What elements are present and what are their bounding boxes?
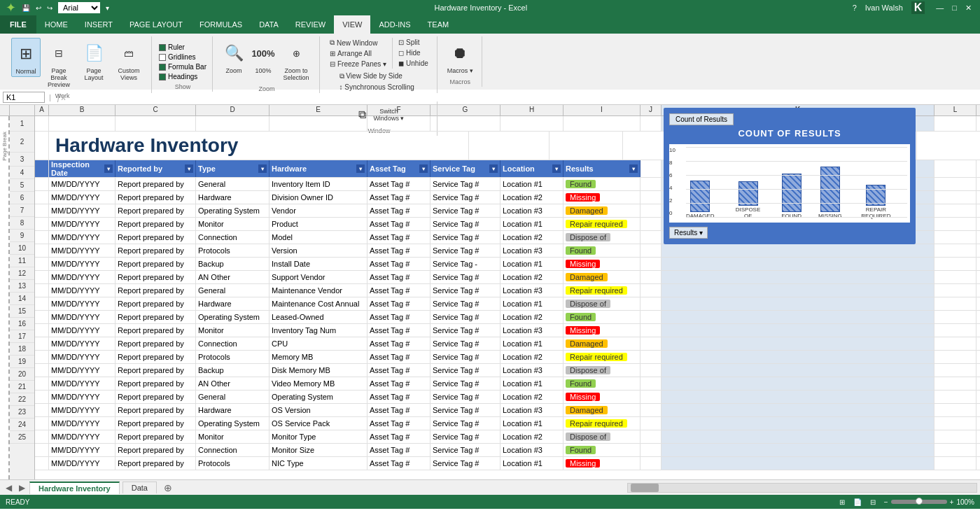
cell-a19[interactable] bbox=[35, 377, 49, 390]
cell-g20[interactable]: Service Tag # bbox=[430, 391, 500, 403]
cell-c21[interactable]: Report prepared by bbox=[115, 404, 196, 416]
cell-d23[interactable]: Monitor bbox=[196, 430, 270, 443]
row-num-12[interactable]: 12 bbox=[10, 267, 34, 280]
cell-k9[interactable] bbox=[662, 244, 934, 257]
cell-e14[interactable]: Leased-Owned bbox=[270, 311, 368, 323]
header-location[interactable]: Location ▾ bbox=[500, 160, 564, 177]
cell-b16[interactable]: MM/DD/YYYY bbox=[49, 337, 115, 350]
cell-i11[interactable]: Damaged bbox=[564, 271, 640, 283]
font-selector[interactable]: Arial bbox=[58, 2, 100, 13]
cell-e8[interactable]: Model bbox=[270, 231, 368, 244]
cell-f23[interactable]: Asset Tag # bbox=[368, 430, 430, 443]
cell-i10[interactable]: Missing bbox=[564, 258, 640, 270]
cell-h17[interactable]: Location #2 bbox=[500, 351, 564, 363]
cell-k20[interactable] bbox=[662, 391, 934, 403]
row-num-15[interactable]: 15 bbox=[10, 305, 34, 318]
cell-i18[interactable]: Dispose of bbox=[564, 364, 640, 377]
cell-f13[interactable]: Asset Tag # bbox=[368, 297, 430, 310]
cell-m20[interactable] bbox=[976, 391, 980, 403]
cell-c6[interactable]: Report prepared by bbox=[115, 204, 196, 217]
cell-a12[interactable] bbox=[35, 284, 49, 297]
cell-i7[interactable]: Repair required bbox=[564, 218, 640, 230]
minimize-btn[interactable]: — bbox=[933, 3, 946, 13]
window-controls[interactable]: — □ ✕ bbox=[933, 3, 974, 13]
cell-g4[interactable]: Service Tag # bbox=[430, 178, 500, 190]
cell-i15[interactable]: Missing bbox=[564, 324, 640, 337]
cell-f10[interactable]: Asset Tag # bbox=[368, 258, 430, 270]
cell-g10[interactable]: Service Tag - bbox=[430, 258, 500, 270]
cell-l23[interactable] bbox=[934, 430, 976, 443]
view-side-by-side-btn[interactable]: ⧉ View Side by Side bbox=[337, 71, 422, 81]
cell-f11[interactable]: Asset Tag # bbox=[368, 271, 430, 283]
cell-f24[interactable]: Asset Tag # bbox=[368, 444, 430, 456]
page-layout-view-btn[interactable]: 📄 Page Layout bbox=[77, 38, 111, 83]
cell-l24[interactable] bbox=[934, 444, 976, 456]
cell-l21[interactable] bbox=[934, 404, 976, 416]
cell-c12[interactable]: Report prepared by bbox=[115, 284, 196, 297]
tab-hardware-inventory[interactable]: Hardware Inventory bbox=[29, 482, 120, 494]
cell-h6[interactable]: Location #3 bbox=[500, 204, 564, 217]
row-num-22[interactable]: 22 bbox=[10, 393, 34, 406]
row-num-2[interactable]: 2 bbox=[10, 132, 34, 153]
cell-f8[interactable]: Asset Tag # bbox=[368, 231, 430, 244]
cell-j14[interactable] bbox=[640, 311, 662, 323]
headings-checkbox[interactable] bbox=[159, 73, 166, 80]
cell-j11[interactable] bbox=[640, 271, 662, 283]
cell-f21[interactable]: Asset Tag # bbox=[368, 404, 430, 416]
quick-access-save[interactable]: 💾 bbox=[22, 4, 30, 12]
cell-b15[interactable]: MM/DD/YYYY bbox=[49, 324, 115, 337]
cell-h9[interactable]: Location #3 bbox=[500, 244, 564, 257]
cell-k24[interactable] bbox=[662, 444, 934, 456]
cell-m21[interactable] bbox=[976, 404, 980, 416]
cell-k14[interactable] bbox=[662, 311, 934, 323]
col-header-c[interactable]: C bbox=[115, 105, 196, 115]
cell-f18[interactable]: Asset Tag # bbox=[368, 364, 430, 377]
cell-e25[interactable]: NIC Type bbox=[270, 457, 368, 470]
cell-i14[interactable]: Found bbox=[564, 311, 640, 323]
split-btn[interactable]: ⊡ Split bbox=[396, 38, 431, 47]
cell-h1[interactable] bbox=[500, 116, 564, 131]
cell-b17[interactable]: MM/DD/YYYY bbox=[49, 351, 115, 363]
cell-l17[interactable] bbox=[934, 351, 976, 363]
cell-l22[interactable] bbox=[934, 417, 976, 430]
cell-l12[interactable] bbox=[934, 284, 976, 297]
cell-e9[interactable]: Version bbox=[270, 244, 368, 257]
cell-h14[interactable]: Location #2 bbox=[500, 311, 564, 323]
cell-a15[interactable] bbox=[35, 324, 49, 337]
cell-i24[interactable]: Found bbox=[564, 444, 640, 456]
cell-b5[interactable]: MM/DD/YYYY bbox=[49, 191, 115, 204]
cell-b1[interactable] bbox=[49, 116, 115, 131]
macros-btn[interactable]: ⏺ Macros ▾ bbox=[444, 38, 476, 76]
filter-results[interactable]: ▾ bbox=[629, 164, 638, 173]
cell-b8[interactable]: MM/DD/YYYY bbox=[49, 231, 115, 244]
header-hardware[interactable]: Hardware ▾ bbox=[270, 160, 368, 177]
cell-e5[interactable]: Division Owner ID bbox=[270, 191, 368, 204]
header-inspection-date[interactable]: Inspection Date ▾ bbox=[49, 160, 115, 177]
zoom-out-btn[interactable]: − bbox=[884, 498, 888, 506]
cell-j24[interactable] bbox=[640, 444, 662, 456]
cell-d16[interactable]: Connection bbox=[196, 337, 270, 350]
cell-h21[interactable]: Location #3 bbox=[500, 404, 564, 416]
tab-nav-right[interactable]: ▶ bbox=[16, 483, 28, 493]
cell-j19[interactable] bbox=[640, 377, 662, 390]
cell-b14[interactable]: MM/DD/YYYY bbox=[49, 311, 115, 323]
cell-b6[interactable]: MM/DD/YYYY bbox=[49, 204, 115, 217]
cell-a17[interactable] bbox=[35, 351, 49, 363]
row-num-11[interactable]: 11 bbox=[10, 255, 34, 267]
cell-c4[interactable]: Report prepared by bbox=[115, 178, 196, 190]
cell-e22[interactable]: OS Service Pack bbox=[270, 417, 368, 430]
cell-g22[interactable]: Service Tag # bbox=[430, 417, 500, 430]
zoom-handle[interactable] bbox=[916, 498, 923, 505]
cell-f7[interactable]: Asset Tag # bbox=[368, 218, 430, 230]
cell-a16[interactable] bbox=[35, 337, 49, 350]
cell-e1[interactable] bbox=[270, 116, 368, 131]
cell-e13[interactable]: Maintenance Cost Annual bbox=[270, 297, 368, 310]
close-btn[interactable]: ✕ bbox=[962, 3, 974, 13]
tab-formulas[interactable]: FORMULAS bbox=[191, 15, 251, 34]
cell-l7[interactable] bbox=[934, 218, 976, 230]
cell-j1[interactable] bbox=[640, 116, 662, 131]
cell-c24[interactable]: Report prepared by bbox=[115, 444, 196, 456]
cell-d22[interactable]: Operating System bbox=[196, 417, 270, 430]
cell-l6[interactable] bbox=[934, 204, 976, 217]
cell-g7[interactable]: Service Tag # bbox=[430, 218, 500, 230]
